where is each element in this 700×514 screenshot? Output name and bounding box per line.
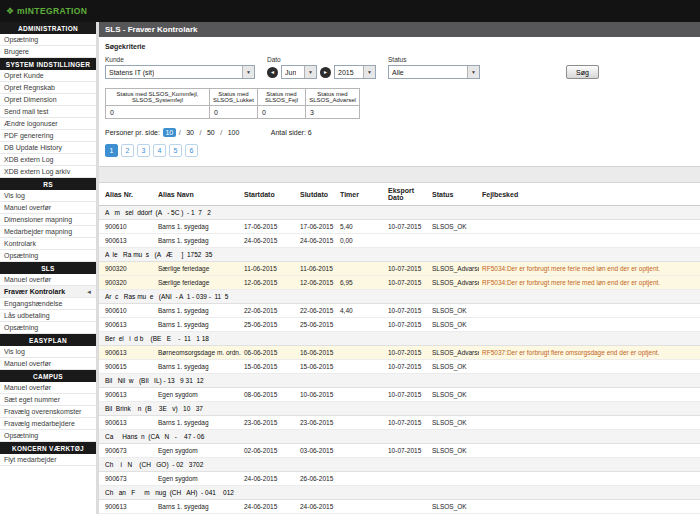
cell-eksport-dato: 10-07-2015 <box>385 416 429 430</box>
cell-startdato: 23-06-2015 <box>241 416 297 430</box>
sidebar-item-opsaetning[interactable]: Opsætning <box>0 250 96 262</box>
sidebar-item-label: Opsætning <box>4 324 38 331</box>
sidebar-item-opret-kunde[interactable]: Opret Kunde <box>0 70 96 82</box>
chevron-down-icon: ▼ <box>363 66 375 78</box>
per-page-option-10[interactable]: 10 <box>163 128 176 137</box>
sidebar-item-xdb-extern-log-arkiv[interactable]: XDB extern Log arkiv <box>0 166 96 178</box>
sidebar-item-label: Send mail test <box>4 108 48 115</box>
sidebar-item-db-update-history[interactable]: DB Update History <box>0 142 96 154</box>
sidebar-item-medarbejder-mapning[interactable]: Medarbejder mapning <box>0 226 96 238</box>
cell-alias-nr: 900320 <box>99 276 155 290</box>
cell-status: SLSOS_Advarsel <box>429 276 479 290</box>
cell-eksport-dato: 10-07-2015 <box>385 220 429 234</box>
sidebar-item-opsaetning[interactable]: Opsætning <box>0 322 96 334</box>
absence-row: 900320Særlige feriedage12-06-201512-06-2… <box>99 276 700 290</box>
cell-status: SLSOS_OK <box>429 360 479 374</box>
month-next-button[interactable]: ► <box>320 67 331 78</box>
sidebar-item-vis-log[interactable]: Vis log <box>0 346 96 358</box>
sidebar-item-fravaelg-overenskomster[interactable]: Fravælg overenskomster <box>0 406 96 418</box>
sidebar-item-laas-udbetaling[interactable]: Lås udbetaling <box>0 310 96 322</box>
cell-alias-navn: Barns 1. sygedag <box>155 360 241 374</box>
sidebar-item-opsaetning[interactable]: Opsætning <box>0 430 96 442</box>
cell-timer <box>337 500 385 514</box>
status-select[interactable]: Alle ▼ <box>388 65 480 79</box>
sidebar-section-administration: ADMINISTRATION <box>0 22 96 34</box>
sidebar-item-label: Sæt eget nummer <box>4 396 60 403</box>
absence-row: 900613Barns 1. sygedag24-06-201524-06-20… <box>99 500 700 514</box>
sidebar-item-dimensioner-mapning[interactable]: Dimensioner mapning <box>0 214 96 226</box>
sidebar-item-pdf-generering[interactable]: PDF generering <box>0 130 96 142</box>
cell-timer <box>337 472 385 486</box>
sidebar-item-manuel-overfoer[interactable]: Manuel overfør <box>0 382 96 394</box>
sidebar-item-vis-log[interactable]: Vis log <box>0 190 96 202</box>
year-select[interactable]: 2015 ▼ <box>334 65 376 79</box>
sidebar-item-kontrolark[interactable]: Kontrolark <box>0 238 96 250</box>
page-button-6[interactable]: 6 <box>185 144 198 157</box>
per-page-row: Personer pr. side: 10 / 30 / 50 / 100 An… <box>105 128 694 137</box>
sidebar-item-label: Opret Dimension <box>4 96 57 103</box>
cell-slutdato: 24-06-2015 <box>297 500 337 514</box>
cell-status: SLSOS_Advarsel <box>429 262 479 276</box>
cell-slutdato: 11-06-2015 <box>297 262 337 276</box>
month-prev-button[interactable]: ◄ <box>267 67 278 78</box>
cell-alias-nr: 900615 <box>99 360 155 374</box>
status-summary-value: 0 <box>210 106 258 119</box>
month-select[interactable]: Jun ▼ <box>281 65 317 79</box>
sidebar-item-opret-regnskab[interactable]: Opret Regnskab <box>0 82 96 94</box>
sidebar-item-opret-dimension[interactable]: Opret Dimension <box>0 94 96 106</box>
sidebar-section-easyplan: EASYPLAN <box>0 334 96 346</box>
sidebar-item-manuel-overfoer[interactable]: Manuel overfør <box>0 274 96 286</box>
sidebar-item-aendre-logonuser[interactable]: Ændre logonuser <box>0 118 96 130</box>
column-header-status: Status <box>429 183 479 206</box>
cell-alias-nr: 900673 <box>99 444 155 458</box>
cell-slutdato: 25-06-2015 <box>297 318 337 332</box>
cell-alias-navn: Barns 1. sygedag <box>155 416 241 430</box>
sidebar-item-fravaelg-medarbejdere[interactable]: Fravælg medarbejdere <box>0 418 96 430</box>
page-button-1[interactable]: 1 <box>105 144 118 157</box>
cell-alias-navn: Særlige feriedage <box>155 262 241 276</box>
sidebar-item-manuel-overfoer[interactable]: Manuel overfør <box>0 202 96 214</box>
page-button-2[interactable]: 2 <box>121 144 134 157</box>
per-page-option-50[interactable]: 50 <box>204 128 217 137</box>
cell-status: SLSOS_OK <box>429 444 479 458</box>
sidebar-item-flyt-medarbejder[interactable]: Flyt medarbejder <box>0 454 96 466</box>
sidebar-item-saet-eget-nummer[interactable]: Sæt eget nummer <box>0 394 96 406</box>
page-button-3[interactable]: 3 <box>137 144 150 157</box>
cell-alias-nr: 900320 <box>99 262 155 276</box>
cell-startdato: 24-06-2015 <box>241 234 297 248</box>
sidebar-item-fravaer-kontrolark[interactable]: Fravær Kontrolark◄ <box>0 286 96 298</box>
sidebar-item-brugere[interactable]: Brugere <box>0 46 96 58</box>
sidebar-item-label: Opret Kunde <box>4 72 44 79</box>
sidebar-item-label: Engangshændelse <box>4 300 62 307</box>
cell-timer: 0,00 <box>337 234 385 248</box>
employee-group-row: A le Ra mu s (A Æ ] 1752 35 <box>99 248 700 262</box>
kunde-select[interactable]: Statens IT (sit) ▼ <box>105 65 255 79</box>
column-header-alias-nr: Alias Nr. <box>99 183 155 206</box>
main-panel: SLS - Fravær Kontrolark Søgekriterie Kun… <box>99 22 700 514</box>
sidebar-item-manuel-overfoer[interactable]: Manuel overfør <box>0 358 96 370</box>
per-page-option-100[interactable]: 100 <box>225 128 242 137</box>
employee-group-row: Ar c Ras mu e (ANI - A 1 - 039 - 11 5 <box>99 290 700 304</box>
top-bar: ❖ mINTEGRATION <box>0 0 700 22</box>
employee-name: Ch an F m nug (CH AH) - 041 012 <box>99 486 700 500</box>
sidebar-item-label: PDF generering <box>4 132 53 139</box>
employee-group-row: Ch an F m nug (CH AH) - 041 012 <box>99 486 700 500</box>
sidebar-section-system-indstillinger: SYSTEM INDSTILLINGER <box>0 58 96 70</box>
employee-name: Bil Nil w (BIl IL) - 13 9 31 12 <box>99 374 700 388</box>
sidebar-item-xdb-extern-log[interactable]: XDB extern Log <box>0 154 96 166</box>
sidebar-item-opsaetning[interactable]: Opsætning <box>0 34 96 46</box>
cell-alias-nr: 900613 <box>99 388 155 402</box>
cell-timer <box>337 416 385 430</box>
page-button-4[interactable]: 4 <box>153 144 166 157</box>
search-button[interactable]: Søg <box>566 65 599 79</box>
sidebar-item-label: XDB extern Log <box>4 156 53 163</box>
sidebar-section-sls: SLS <box>0 262 96 274</box>
sidebar-item-label: Fravælg medarbejdere <box>4 420 75 427</box>
sidebar-item-send-mail-test[interactable]: Send mail test <box>0 106 96 118</box>
per-page-option-30[interactable]: 30 <box>184 128 197 137</box>
sidebar-item-label: Brugere <box>4 48 29 55</box>
sidebar-item-engangshaendelse[interactable]: Engangshændelse <box>0 298 96 310</box>
cell-fejlbesked <box>479 360 700 374</box>
section-divider <box>99 166 700 183</box>
page-button-5[interactable]: 5 <box>169 144 182 157</box>
